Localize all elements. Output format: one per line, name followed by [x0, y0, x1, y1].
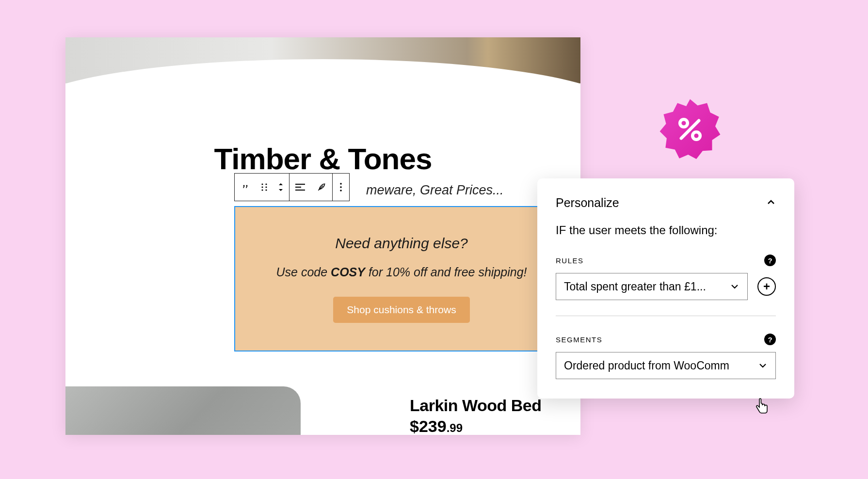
product-image	[65, 386, 301, 435]
svg-point-0	[261, 183, 263, 185]
svg-rect-6	[295, 184, 305, 185]
rules-label: RULES	[556, 256, 584, 265]
personalize-panel: Personalize IF the user meets the follow…	[537, 178, 794, 399]
promo-block[interactable]: Need anything else? Use code COSY for 10…	[234, 206, 569, 351]
product-price: $239.99	[410, 417, 541, 435]
panel-description: IF the user meets the following:	[556, 224, 776, 237]
page-tagline: meware, Great Prices...	[366, 183, 504, 198]
svg-point-2	[261, 186, 263, 188]
help-icon[interactable]: ?	[764, 334, 776, 345]
feather-icon[interactable]	[311, 182, 332, 192]
align-icon[interactable]	[289, 183, 311, 191]
move-updown-icon[interactable]	[273, 182, 289, 192]
svg-point-11	[340, 190, 342, 192]
help-icon[interactable]: ?	[764, 255, 776, 266]
add-rule-button[interactable]: +	[757, 277, 776, 296]
drag-handle-icon[interactable]	[256, 183, 273, 192]
segment-select[interactable]: Ordered product from WooComm	[556, 352, 776, 379]
divider	[556, 316, 776, 316]
segments-label: SEGMENTS	[556, 335, 602, 344]
shop-button[interactable]: Shop cushions & throws	[333, 297, 469, 323]
svg-point-3	[265, 186, 267, 188]
chevron-down-icon	[730, 282, 739, 291]
block-toolbar	[234, 173, 350, 201]
product-name: Larkin Wood Bed	[410, 396, 541, 415]
promo-text: Use code COSY for 10% off and free shipp…	[276, 265, 527, 279]
svg-point-4	[261, 189, 263, 191]
svg-point-1	[265, 183, 267, 185]
product-info: Larkin Wood Bed $239.99 ★★★★★	[410, 396, 541, 435]
discount-badge-icon	[659, 98, 722, 161]
cursor-pointer-icon	[755, 398, 770, 418]
promo-code: COSY	[331, 265, 365, 279]
page-title: Timber & Tones	[214, 142, 432, 176]
svg-point-5	[265, 189, 267, 191]
svg-point-10	[340, 186, 342, 188]
editor-preview: Timber & Tones meware, Great Prices... N…	[65, 37, 580, 435]
more-icon[interactable]	[333, 183, 349, 192]
rule-select[interactable]: Total spent greater than £1...	[556, 273, 748, 300]
promo-heading: Need anything else?	[335, 235, 468, 252]
svg-point-9	[340, 183, 342, 185]
panel-title: Personalize	[556, 196, 619, 210]
svg-rect-7	[295, 187, 301, 188]
chevron-down-icon	[758, 361, 768, 370]
collapse-icon[interactable]	[766, 197, 776, 209]
quote-icon[interactable]	[235, 182, 256, 192]
svg-rect-8	[295, 190, 305, 191]
